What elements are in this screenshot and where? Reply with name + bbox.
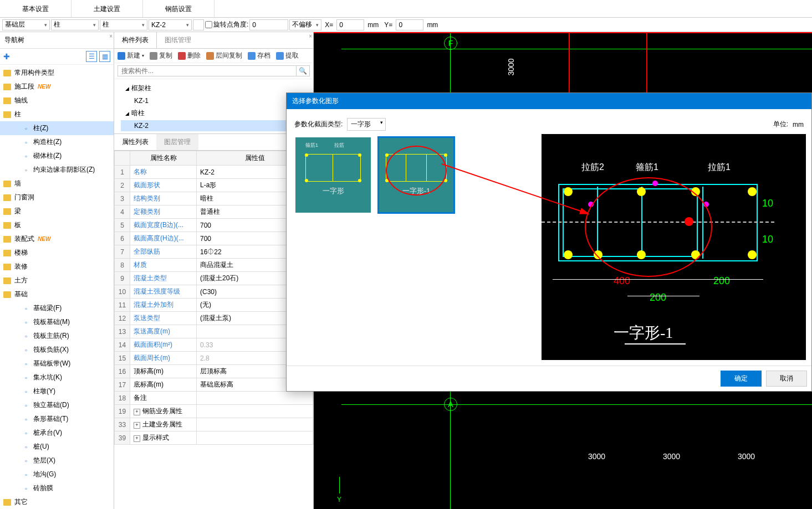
nav-item[interactable]: ▫垫层(X) — [0, 454, 114, 467]
property-row[interactable]: 13泵送高度(m) — [115, 325, 313, 338]
property-row[interactable]: 5截面宽度(B边)(...700 — [115, 219, 313, 232]
property-row[interactable]: 18备注 — [115, 392, 313, 405]
floor-select[interactable]: 基础层 — [2, 19, 50, 30]
property-row[interactable]: 2截面形状L-a形 — [115, 179, 313, 192]
member-picker-icon[interactable] — [193, 19, 204, 30]
tab-component-list[interactable]: 构件列表 — [114, 32, 157, 48]
template-card-2[interactable]: 一字形-1 — [377, 136, 455, 214]
extract-button[interactable]: 提取 — [276, 51, 299, 60]
property-row[interactable]: 9混凝土类型(混凝土20石) — [115, 272, 313, 285]
property-row[interactable]: 12泵送类型(混凝土泵) — [115, 312, 313, 325]
rotate-check[interactable]: 旋转点角度: — [205, 20, 248, 29]
copy-button[interactable]: 复制 — [150, 51, 172, 60]
offset-select[interactable]: 不偏移 — [289, 19, 321, 30]
property-row[interactable]: 3结构类别暗柱 — [115, 192, 313, 205]
category-select-1[interactable]: 柱 — [51, 19, 99, 30]
nav-item[interactable]: 轴线 — [0, 94, 114, 107]
archive-button[interactable]: 存档 — [248, 51, 270, 60]
component-group[interactable]: ◢暗柱 — [121, 106, 307, 120]
nav-item[interactable]: ▫筏板主筋(R) — [0, 329, 114, 343]
nav-item-label: 柱墩(Y) — [33, 387, 55, 396]
nav-item[interactable]: ▫筏板负筋(X) — [0, 343, 114, 357]
nav-item[interactable]: ▫筏板基础(M) — [0, 315, 114, 329]
property-row[interactable]: 39+显示样式 — [115, 431, 313, 445]
nav-item-label: 砌体柱(Z) — [33, 151, 62, 161]
layercopy-button[interactable]: 层间复制 — [206, 51, 242, 60]
component-item[interactable]: KZ-1 — [121, 95, 307, 106]
tab-rebar[interactable]: 钢筋设置 — [143, 0, 215, 17]
nav-item[interactable]: 装修 — [0, 260, 114, 274]
nav-close-icon[interactable]: × — [109, 33, 113, 39]
nav-item[interactable]: ▫地沟(G) — [0, 467, 114, 481]
list-view-icon[interactable]: ☰ — [86, 51, 97, 62]
cancel-button[interactable]: 取消 — [766, 371, 807, 387]
nav-item[interactable]: ▫独立基础(D) — [0, 398, 114, 412]
ok-button[interactable]: 确定 — [721, 371, 762, 387]
category-select-2[interactable]: 柱 — [100, 19, 147, 30]
template-card-1[interactable]: 箍筋1 拉筋 一字形 — [294, 136, 372, 214]
property-row[interactable]: 1名称KZ-2 — [115, 166, 313, 179]
y-input[interactable] — [396, 19, 423, 30]
property-row[interactable]: 11混凝土外加剂(无) — [115, 299, 313, 312]
property-row[interactable]: 17底标高(m)基础底标高 — [115, 378, 313, 392]
folder-icon — [3, 236, 11, 243]
tab-civil[interactable]: 土建设置 — [72, 0, 143, 17]
preview-canvas[interactable]: 拉筋2 箍筋1 拉筋1 — [542, 134, 806, 360]
property-row[interactable]: 4定额类别普通柱 — [115, 205, 313, 219]
tab-basic[interactable]: 基本设置 — [0, 0, 72, 17]
nav-item[interactable]: ▫桩承台(V) — [0, 426, 114, 440]
nav-item-label: 门窗洞 — [14, 193, 34, 202]
property-row[interactable]: 16顶标高(m)层顶标高 — [115, 365, 313, 378]
nav-item[interactable]: 装配式NEW — [0, 232, 114, 246]
nav-item-label: 常用构件类型 — [14, 68, 54, 78]
nav-item[interactable]: 基础 — [0, 287, 114, 301]
nav-item[interactable]: 柱 — [0, 107, 114, 121]
property-row[interactable]: 19+钢筋业务属性 — [115, 405, 313, 418]
x-input[interactable] — [336, 19, 364, 30]
new-button[interactable]: 新建▾ — [118, 51, 144, 60]
nav-item[interactable]: 板 — [0, 218, 114, 232]
rotate-angle-input[interactable] — [249, 19, 288, 30]
component-item[interactable]: KZ-2 — [121, 120, 307, 131]
nav-item[interactable]: ▫集水坑(K) — [0, 371, 114, 384]
search-icon[interactable]: 🔍 — [297, 65, 310, 76]
dim-line-2 — [627, 296, 699, 296]
property-row[interactable]: 8材质商品混凝土 — [115, 259, 313, 272]
property-row[interactable]: 15截面周长(m)2.8 — [115, 352, 313, 365]
property-row[interactable]: 6截面高度(H边)(...700 — [115, 232, 313, 245]
nav-item[interactable]: ▫柱墩(Y) — [0, 384, 114, 398]
member-select[interactable]: KZ-2 — [149, 19, 192, 30]
nav-item[interactable]: 梁 — [0, 204, 114, 218]
nav-item[interactable]: ▫基础梁(F) — [0, 301, 114, 315]
component-search-input[interactable] — [118, 65, 297, 76]
tab-property-list[interactable]: 属性列表 — [114, 134, 156, 150]
nav-item-label: 装修 — [14, 262, 28, 271]
nav-item[interactable]: 土方 — [0, 274, 114, 287]
nav-item[interactable]: ▫约束边缘非阴影区(Z) — [0, 163, 114, 177]
nav-item[interactable]: 门窗洞 — [0, 191, 114, 204]
property-row[interactable]: 33+土建业务属性 — [115, 418, 313, 431]
nav-item[interactable]: ▫柱(Z) — [0, 121, 114, 135]
nav-item[interactable]: 楼梯 — [0, 246, 114, 260]
nav-item[interactable]: 其它 — [0, 495, 114, 509]
add-icon[interactable]: ✚ — [3, 52, 10, 61]
nav-item[interactable]: ▫砌体柱(Z) — [0, 149, 114, 163]
grid-view-icon[interactable]: ▦ — [99, 51, 110, 62]
comp-close-icon[interactable]: × — [309, 33, 312, 39]
nav-item[interactable]: ▫条形基础(T) — [0, 412, 114, 426]
nav-item[interactable]: ▫构造柱(Z) — [0, 135, 114, 149]
section-type-select[interactable]: 一字形 — [347, 118, 386, 131]
property-row[interactable]: 7全部纵筋16⏀22 — [115, 245, 313, 259]
delete-button[interactable]: 删除 — [178, 51, 201, 60]
nav-item[interactable]: 常用构件类型 — [0, 66, 114, 80]
property-row[interactable]: 14截面面积(m²)0.33 — [115, 338, 313, 352]
component-group[interactable]: ◢框架柱 — [121, 81, 307, 95]
nav-item[interactable]: ▫砖胎膜 — [0, 481, 114, 495]
nav-item[interactable]: 施工段NEW — [0, 80, 114, 94]
property-row[interactable]: 10混凝土强度等级(C30) — [115, 285, 313, 299]
nav-item[interactable]: ▫基础板带(W) — [0, 357, 114, 371]
tab-layer-manage[interactable]: 图层管理 — [156, 134, 198, 150]
nav-item[interactable]: 墙 — [0, 177, 114, 191]
tab-drawing-manage[interactable]: 图纸管理 — [157, 32, 199, 48]
nav-item[interactable]: ▫桩(U) — [0, 440, 114, 454]
